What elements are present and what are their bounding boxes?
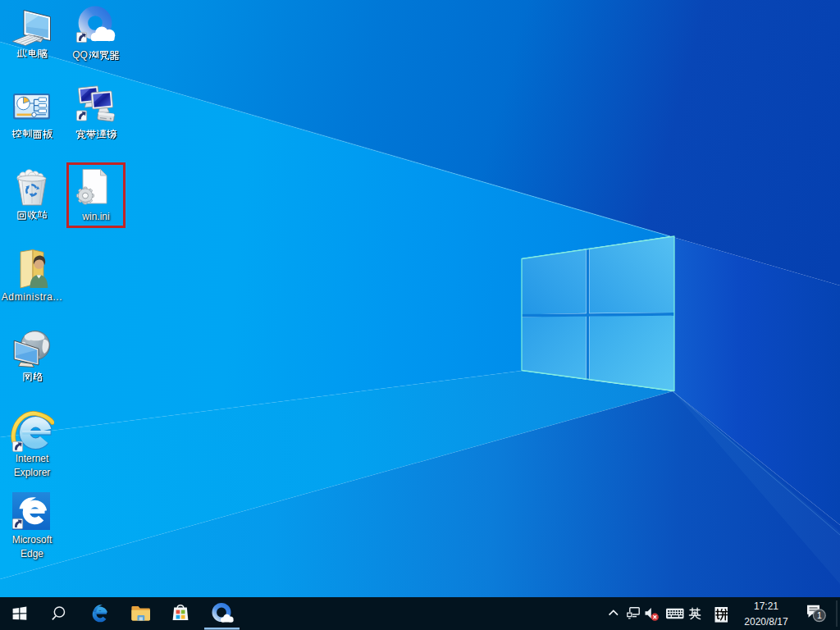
svg-text:1: 1 — [817, 610, 822, 620]
